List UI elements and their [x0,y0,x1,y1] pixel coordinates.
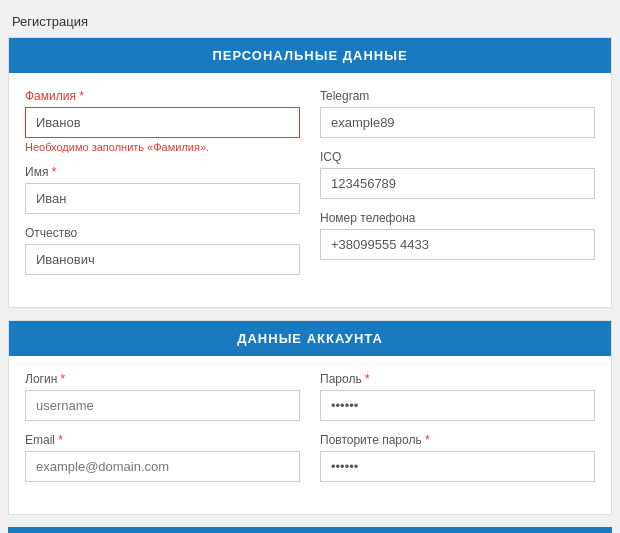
personal-data-card: ПЕРСОНАЛЬНЫЕ ДАННЫЕ Фамилия * Необходимо… [8,37,612,308]
personal-left-col: Фамилия * Необходимо заполнить «Фамилия»… [25,89,300,287]
login-input[interactable] [25,390,300,421]
telegram-field-group: Telegram [320,89,595,138]
confirm-password-field-group: Повторите пароль * [320,433,595,482]
login-label: Логин * [25,372,300,386]
email-input[interactable] [25,451,300,482]
phone-input[interactable] [320,229,595,260]
personal-section-body: Фамилия * Необходимо заполнить «Фамилия»… [9,73,611,307]
lastname-error: Необходимо заполнить «Фамилия». [25,141,300,153]
password-label: Пароль * [320,372,595,386]
submit-bar[interactable]: ЗАРЕГИСТРИРОВАТЬСЯ [8,527,612,533]
lastname-label: Фамилия * [25,89,300,103]
phone-label: Номер телефона [320,211,595,225]
icq-input[interactable] [320,168,595,199]
phone-field-group: Номер телефона [320,211,595,260]
personal-two-col: Фамилия * Необходимо заполнить «Фамилия»… [25,89,595,287]
email-field-group: Email * [25,433,300,482]
page-wrapper: Регистрация ПЕРСОНАЛЬНЫЕ ДАННЫЕ Фамилия … [0,0,620,533]
account-left-col: Логин * Email * [25,372,300,494]
telegram-label: Telegram [320,89,595,103]
lastname-field-group: Фамилия * Необходимо заполнить «Фамилия»… [25,89,300,153]
account-section-body: Логин * Email * [9,356,611,514]
account-section-header: ДАННЫЕ АККАУНТА [9,321,611,356]
lastname-input[interactable] [25,107,300,138]
firstname-input[interactable] [25,183,300,214]
middlename-input[interactable] [25,244,300,275]
email-label: Email * [25,433,300,447]
account-data-card: ДАННЫЕ АККАУНТА Логин * Email [8,320,612,515]
page-title: Регистрация [0,10,620,37]
firstname-label: Имя * [25,165,300,179]
icq-label: ICQ [320,150,595,164]
personal-right-col: Telegram ICQ Номер телефона [320,89,595,287]
confirm-password-label: Повторите пароль * [320,433,595,447]
personal-section-header: ПЕРСОНАЛЬНЫЕ ДАННЫЕ [9,38,611,73]
account-two-col: Логин * Email * [25,372,595,494]
firstname-field-group: Имя * [25,165,300,214]
password-input[interactable] [320,390,595,421]
icq-field-group: ICQ [320,150,595,199]
telegram-input[interactable] [320,107,595,138]
middlename-field-group: Отчество [25,226,300,275]
confirm-password-input[interactable] [320,451,595,482]
login-field-group: Логин * [25,372,300,421]
account-right-col: Пароль * Повторите пароль * [320,372,595,494]
middlename-label: Отчество [25,226,300,240]
password-field-group: Пароль * [320,372,595,421]
